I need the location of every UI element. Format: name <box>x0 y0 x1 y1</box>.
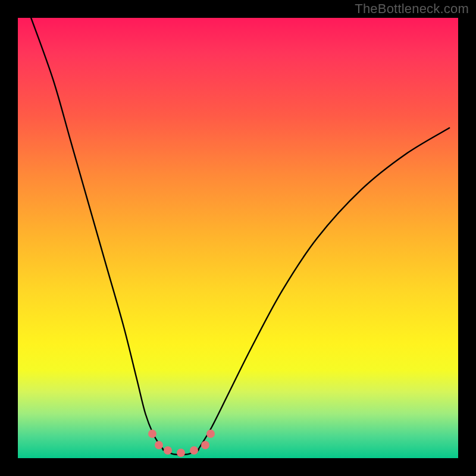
watermark-text: TheBottleneck.com <box>355 1 469 17</box>
stage: TheBottleneck.com <box>0 0 476 476</box>
plot-area <box>18 18 458 458</box>
gradient-fill <box>18 18 458 458</box>
